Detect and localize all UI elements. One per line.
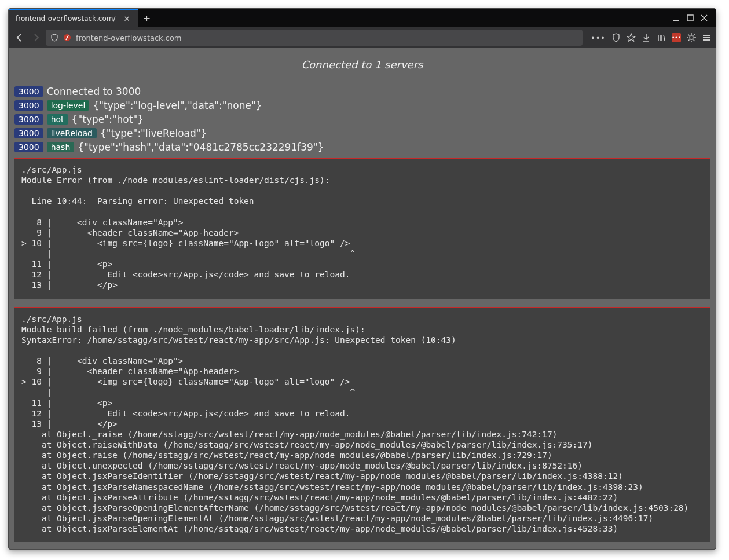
port-badge: 3000 <box>14 114 43 125</box>
download-icon[interactable] <box>642 33 651 42</box>
svg-line-10 <box>688 34 689 35</box>
reader-icon[interactable] <box>611 33 621 42</box>
log-message: {"type":"liveReload"} <box>100 127 207 139</box>
hamburger-menu-icon[interactable] <box>702 33 711 42</box>
log-message: {"type":"hot"} <box>72 114 144 125</box>
port-badge: 3000 <box>14 128 43 138</box>
log-line: 3000Connected to 3000 <box>14 85 710 98</box>
close-icon[interactable] <box>701 14 708 21</box>
extension-badge-icon[interactable]: ••• <box>672 33 681 42</box>
svg-point-5 <box>690 36 693 39</box>
svg-line-13 <box>694 34 695 35</box>
toolbar-right: ••• ••• <box>586 33 711 42</box>
port-badge: 3000 <box>14 142 43 152</box>
error-block: ./src/App.js Module Error (from ./node_m… <box>14 158 710 299</box>
type-badge: hot <box>47 114 68 125</box>
status-header: Connected to 1 servers <box>9 48 716 85</box>
tab-close-icon[interactable]: ✕ <box>122 13 133 24</box>
type-badge: liveReload <box>47 128 97 138</box>
port-badge: 3000 <box>14 86 43 97</box>
library-icon[interactable] <box>657 33 666 42</box>
type-badge: hash <box>47 142 75 152</box>
error-block: ./src/App.js Module build failed (from .… <box>14 307 710 543</box>
log-line: 3000liveReload{"type":"liveReload"} <box>14 126 710 140</box>
titlebar: frontend-overflowstack.com/ ✕ + <box>9 9 716 27</box>
svg-line-11 <box>694 40 695 41</box>
log-message: {"type":"hash","data":"0481c2785cc232291… <box>78 141 324 153</box>
browser-window: frontend-overflowstack.com/ ✕ + <box>8 8 716 550</box>
window-controls <box>673 9 713 27</box>
toolbar: ••• ••• <box>9 27 716 48</box>
maximize-icon[interactable] <box>687 14 694 21</box>
url-input[interactable] <box>76 34 578 42</box>
site-favicon-icon <box>63 34 71 42</box>
log-line: 3000log-level{"type":"log-level","data":… <box>14 98 710 112</box>
new-tab-button[interactable]: + <box>138 9 155 27</box>
log-line: 3000hot{"type":"hot"} <box>14 112 710 126</box>
svg-rect-1 <box>687 15 693 21</box>
more-icon[interactable]: ••• <box>591 34 606 42</box>
forward-button[interactable] <box>30 31 42 44</box>
type-badge: log-level <box>47 100 90 111</box>
svg-line-12 <box>688 40 689 41</box>
tab-title: frontend-overflowstack.com/ <box>16 14 116 23</box>
minimize-icon[interactable] <box>673 14 680 21</box>
log-lines: 3000Connected to 30003000log-level{"type… <box>9 85 716 154</box>
log-message: {"type":"log-level","data":"none"} <box>93 100 262 111</box>
page-content: Connected to 1 servers 3000Connected to … <box>9 48 716 549</box>
port-badge: 3000 <box>14 100 43 111</box>
shield-icon[interactable] <box>50 34 58 42</box>
url-bar[interactable] <box>46 30 583 46</box>
browser-tab[interactable]: frontend-overflowstack.com/ ✕ <box>9 9 138 27</box>
log-line: 3000hash{"type":"hash","data":"0481c2785… <box>14 140 710 154</box>
back-button[interactable] <box>13 31 26 44</box>
bookmark-icon[interactable] <box>627 33 636 42</box>
log-message: Connected to 3000 <box>47 86 141 97</box>
extension-gear-icon[interactable] <box>687 33 696 42</box>
